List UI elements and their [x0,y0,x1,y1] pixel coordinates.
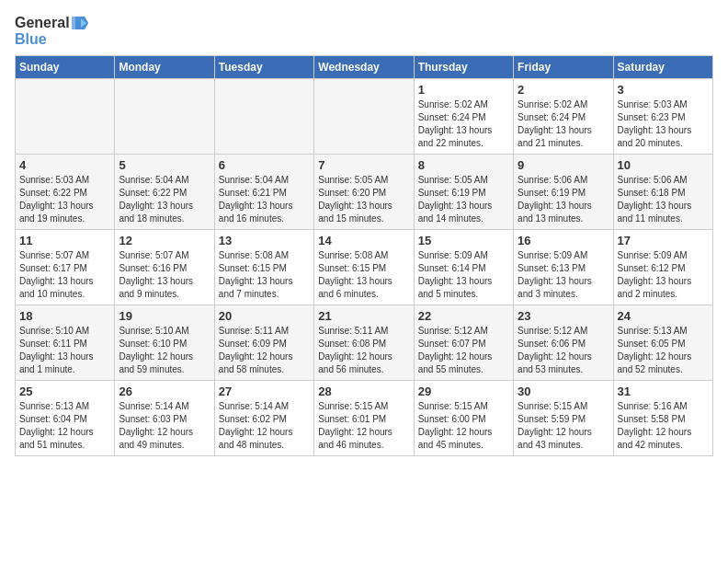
calendar-cell: 14Sunrise: 5:08 AMSunset: 6:15 PMDayligh… [314,230,414,305]
calendar-cell: 23Sunrise: 5:12 AMSunset: 6:06 PMDayligh… [514,305,613,381]
day-info: Sunrise: 5:05 AMSunset: 6:19 PMDaylight:… [418,174,509,225]
calendar-week-4: 18Sunrise: 5:10 AMSunset: 6:11 PMDayligh… [16,305,713,381]
calendar-cell [16,79,115,155]
calendar-cell: 17Sunrise: 5:09 AMSunset: 6:12 PMDayligh… [613,230,712,305]
weekday-header-row: SundayMondayTuesdayWednesdayThursdayFrid… [16,56,713,79]
day-info: Sunrise: 5:12 AMSunset: 6:07 PMDaylight:… [418,325,509,376]
day-number: 15 [418,234,509,247]
day-info: Sunrise: 5:04 AMSunset: 6:22 PMDaylight:… [119,174,210,225]
calendar-cell [214,79,313,155]
day-number: 1 [418,83,509,97]
calendar-week-1: 1Sunrise: 5:02 AMSunset: 6:24 PMDaylight… [16,79,713,155]
day-info: Sunrise: 5:06 AMSunset: 6:18 PMDaylight:… [618,174,709,225]
day-number: 28 [318,385,409,398]
calendar-cell: 8Sunrise: 5:05 AMSunset: 6:19 PMDaylight… [414,155,513,230]
day-info: Sunrise: 5:11 AMSunset: 6:08 PMDaylight:… [318,325,409,376]
day-number: 22 [418,309,509,323]
day-number: 4 [19,158,110,172]
day-number: 26 [119,385,210,398]
day-number: 11 [19,234,110,247]
weekday-tuesday: Tuesday [214,56,313,79]
calendar-cell: 13Sunrise: 5:08 AMSunset: 6:15 PMDayligh… [214,230,313,305]
calendar-cell: 24Sunrise: 5:13 AMSunset: 6:05 PMDayligh… [613,305,712,381]
calendar-cell: 20Sunrise: 5:11 AMSunset: 6:09 PMDayligh… [214,305,313,381]
weekday-wednesday: Wednesday [314,56,414,79]
day-number: 24 [618,309,709,323]
day-info: Sunrise: 5:05 AMSunset: 6:20 PMDaylight:… [318,174,409,225]
day-info: Sunrise: 5:14 AMSunset: 6:02 PMDaylight:… [219,400,310,452]
weekday-saturday: Saturday [613,56,712,79]
day-info: Sunrise: 5:09 AMSunset: 6:12 PMDaylight:… [618,249,709,301]
calendar-cell: 1Sunrise: 5:02 AMSunset: 6:24 PMDaylight… [414,79,513,155]
calendar-cell: 22Sunrise: 5:12 AMSunset: 6:07 PMDayligh… [414,305,513,381]
calendar-cell: 3Sunrise: 5:03 AMSunset: 6:23 PMDaylight… [613,79,712,155]
day-number: 3 [618,83,709,97]
day-info: Sunrise: 5:13 AMSunset: 6:04 PMDaylight:… [19,400,110,452]
calendar-cell: 9Sunrise: 5:06 AMSunset: 6:19 PMDaylight… [514,155,613,230]
page-header: General Blue [15,15,713,48]
calendar-cell: 21Sunrise: 5:11 AMSunset: 6:08 PMDayligh… [314,305,414,381]
calendar-cell: 28Sunrise: 5:15 AMSunset: 6:01 PMDayligh… [314,381,414,456]
day-info: Sunrise: 5:06 AMSunset: 6:19 PMDaylight:… [518,174,609,225]
day-number: 9 [518,158,609,172]
day-info: Sunrise: 5:15 AMSunset: 5:59 PMDaylight:… [518,400,609,452]
calendar-table: SundayMondayTuesdayWednesdayThursdayFrid… [15,55,713,456]
logo-icon [72,17,88,29]
calendar-cell: 27Sunrise: 5:14 AMSunset: 6:02 PMDayligh… [214,381,313,456]
calendar-cell [314,79,414,155]
day-info: Sunrise: 5:14 AMSunset: 6:03 PMDaylight:… [119,400,210,452]
weekday-sunday: Sunday [16,56,115,79]
weekday-thursday: Thursday [414,56,513,79]
calendar-cell: 5Sunrise: 5:04 AMSunset: 6:22 PMDaylight… [115,155,214,230]
day-info: Sunrise: 5:16 AMSunset: 5:58 PMDaylight:… [618,400,709,452]
calendar-cell: 4Sunrise: 5:03 AMSunset: 6:22 PMDaylight… [16,155,115,230]
logo-general: General [15,15,70,31]
day-number: 2 [518,83,609,97]
day-info: Sunrise: 5:08 AMSunset: 6:15 PMDaylight:… [219,249,310,301]
day-number: 8 [418,158,509,172]
day-info: Sunrise: 5:13 AMSunset: 6:05 PMDaylight:… [618,325,709,376]
day-number: 23 [518,309,609,323]
day-info: Sunrise: 5:15 AMSunset: 6:01 PMDaylight:… [318,400,409,452]
day-number: 10 [618,158,709,172]
logo: General Blue [15,15,88,48]
calendar-cell: 10Sunrise: 5:06 AMSunset: 6:18 PMDayligh… [613,155,712,230]
day-info: Sunrise: 5:07 AMSunset: 6:16 PMDaylight:… [119,249,210,301]
day-number: 19 [119,309,210,323]
weekday-friday: Friday [514,56,613,79]
day-number: 14 [318,234,409,247]
day-number: 13 [219,234,310,247]
day-info: Sunrise: 5:10 AMSunset: 6:11 PMDaylight:… [19,325,110,376]
weekday-monday: Monday [115,56,214,79]
day-number: 7 [318,158,409,172]
day-number: 27 [219,385,310,398]
day-info: Sunrise: 5:12 AMSunset: 6:06 PMDaylight:… [518,325,609,376]
day-number: 12 [119,234,210,247]
day-info: Sunrise: 5:03 AMSunset: 6:22 PMDaylight:… [19,174,110,225]
day-number: 16 [518,234,609,247]
day-info: Sunrise: 5:04 AMSunset: 6:21 PMDaylight:… [219,174,310,225]
calendar-cell: 16Sunrise: 5:09 AMSunset: 6:13 PMDayligh… [514,230,613,305]
calendar-cell: 7Sunrise: 5:05 AMSunset: 6:20 PMDaylight… [314,155,414,230]
calendar-cell: 30Sunrise: 5:15 AMSunset: 5:59 PMDayligh… [514,381,613,456]
day-info: Sunrise: 5:07 AMSunset: 6:17 PMDaylight:… [19,249,110,301]
day-info: Sunrise: 5:03 AMSunset: 6:23 PMDaylight:… [618,98,709,150]
calendar-cell: 6Sunrise: 5:04 AMSunset: 6:21 PMDaylight… [214,155,313,230]
calendar-week-5: 25Sunrise: 5:13 AMSunset: 6:04 PMDayligh… [16,381,713,456]
calendar-week-3: 11Sunrise: 5:07 AMSunset: 6:17 PMDayligh… [16,230,713,305]
day-number: 29 [418,385,509,398]
day-info: Sunrise: 5:09 AMSunset: 6:14 PMDaylight:… [418,249,509,301]
calendar-body: 1Sunrise: 5:02 AMSunset: 6:24 PMDaylight… [16,79,713,456]
day-number: 5 [119,158,210,172]
day-info: Sunrise: 5:11 AMSunset: 6:09 PMDaylight:… [219,325,310,376]
logo-blue: Blue [15,31,47,48]
calendar-cell: 18Sunrise: 5:10 AMSunset: 6:11 PMDayligh… [16,305,115,381]
day-number: 25 [19,385,110,398]
day-info: Sunrise: 5:10 AMSunset: 6:10 PMDaylight:… [119,325,210,376]
day-number: 18 [19,309,110,323]
calendar-cell [115,79,214,155]
calendar-cell: 29Sunrise: 5:15 AMSunset: 6:00 PMDayligh… [414,381,513,456]
calendar-cell: 31Sunrise: 5:16 AMSunset: 5:58 PMDayligh… [613,381,712,456]
calendar-cell: 2Sunrise: 5:02 AMSunset: 6:24 PMDaylight… [514,79,613,155]
day-info: Sunrise: 5:02 AMSunset: 6:24 PMDaylight:… [518,98,609,150]
